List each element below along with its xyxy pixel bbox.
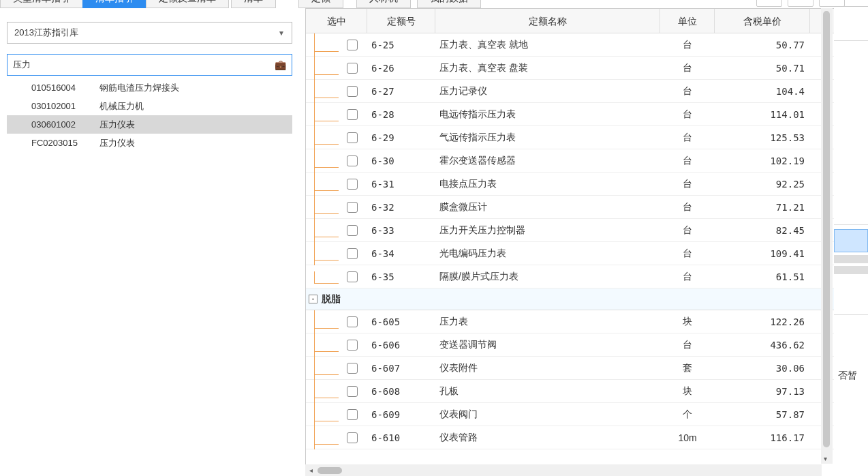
tree-item[interactable]: 010516004钢筋电渣压力焊接头 (7, 78, 292, 97)
row-checkbox[interactable] (347, 155, 358, 166)
vertical-scrollbar[interactable]: ▾ (821, 8, 833, 464)
row-select-cell (306, 363, 367, 374)
table-row[interactable]: 6-609仪表阀门个57.87 (306, 403, 834, 426)
chevron-down-icon: ▼ (278, 29, 285, 37)
table-row[interactable]: 6-610仪表管路10m116.17 (306, 426, 834, 449)
tree-item-code: 010516004 (31, 78, 99, 97)
tree-item-code: 030102001 (31, 97, 99, 115)
row-checkbox[interactable] (347, 63, 358, 74)
th-select[interactable]: 选中 (306, 9, 367, 33)
table-row[interactable]: 6-31电接点压力表台92.25 (306, 173, 834, 196)
table-row[interactable]: 6-25压力表、真空表 就地台50.77 (306, 33, 834, 57)
row-checkbox[interactable] (347, 409, 358, 420)
tab-quota[interactable]: 定额 (298, 0, 343, 8)
row-checkbox[interactable] (347, 132, 358, 143)
table-body[interactable]: 6-25压力表、真空表 就地台50.776-26压力表、真空表 盘装台50.71… (306, 33, 834, 460)
tree-item-code: FC0203015 (31, 134, 99, 152)
tree-list: 010516004钢筋电渣压力焊接头030102001机械压力机03060100… (7, 78, 292, 152)
horizontal-scrollbar-thumb[interactable] (317, 467, 342, 474)
tree-item[interactable]: 030601002压力仪表 (7, 115, 292, 134)
row-checkbox[interactable] (347, 340, 358, 351)
table-row[interactable]: 6-33压力开关压力控制器台82.45 (306, 219, 834, 242)
row-checkbox[interactable] (347, 109, 358, 120)
cell-price: 114.01 (715, 109, 810, 120)
table-row[interactable]: 6-35隔膜/膜片式压力表台61.51 (306, 265, 834, 288)
th-price[interactable]: 含税单价 (715, 9, 810, 33)
cell-code: 6-609 (367, 409, 435, 420)
table-row[interactable]: 6-32膜盒微压计台71.21 (306, 196, 834, 219)
cell-code: 6-34 (367, 248, 435, 259)
row-checkbox[interactable] (347, 86, 358, 97)
briefcase-icon[interactable]: 💼 (275, 59, 286, 70)
table-row[interactable]: 6-26压力表、真空表 盘装台50.71 (306, 57, 834, 80)
cell-price: 30.06 (715, 363, 810, 374)
row-checkbox[interactable] (347, 271, 358, 282)
cell-price: 116.17 (715, 432, 810, 443)
cell-unit: 个 (660, 408, 715, 421)
row-select-cell (306, 179, 367, 190)
row-checkbox[interactable] (347, 40, 358, 50)
collapse-icon[interactable]: - (309, 295, 317, 303)
tree-item[interactable]: FC0203015压力仪表 (7, 134, 292, 152)
row-select-cell (306, 86, 367, 97)
tab-material[interactable]: 人材机 (356, 0, 411, 8)
cell-price: 122.26 (715, 316, 810, 327)
row-select-cell (306, 271, 367, 282)
chevron-left-icon[interactable]: ◂ (305, 466, 316, 474)
cell-unit: 台 (660, 271, 715, 283)
th-unit[interactable]: 单位 (660, 9, 715, 33)
cell-name: 电接点压力表 (435, 178, 660, 190)
row-select-cell (306, 63, 367, 74)
cell-price: 109.41 (715, 248, 810, 259)
tree-item[interactable]: 030102001机械压力机 (7, 97, 292, 115)
row-checkbox[interactable] (347, 432, 358, 443)
table-row[interactable]: 6-34光电编码压力表台109.41 (306, 242, 834, 265)
cell-name: 压力表、真空表 就地 (435, 39, 660, 51)
row-checkbox[interactable] (347, 316, 358, 327)
cell-unit: 套 (660, 362, 715, 374)
row-checkbox[interactable] (347, 179, 358, 190)
chevron-down-icon[interactable]: ▾ (824, 455, 827, 462)
tab-quota-reverse[interactable]: 定额反查清单 (146, 0, 229, 8)
tab-list-guide[interactable]: 清单指引 (82, 0, 146, 8)
table-row[interactable]: 6-605压力表块122.26 (306, 310, 834, 333)
row-checkbox[interactable] (347, 363, 358, 374)
table-row[interactable]: 6-607仪表附件套30.06 (306, 357, 834, 380)
row-checkbox[interactable] (347, 386, 358, 397)
cell-code: 6-26 (367, 63, 435, 74)
cell-code: 6-35 (367, 271, 435, 282)
cell-price: 125.53 (715, 132, 810, 143)
table-row[interactable]: 6-29气远传指示压力表台125.53 (306, 126, 834, 149)
tree-item-name: 压力仪表 (99, 119, 135, 130)
row-select-cell (306, 248, 367, 259)
cell-name: 孔板 (435, 385, 660, 398)
table-row[interactable]: 6-606变送器调节阀台436.62 (306, 333, 834, 357)
th-name[interactable]: 定额名称 (435, 9, 660, 33)
tab-my-data[interactable]: 我的数据 (417, 0, 481, 8)
tree-item-name: 钢筋电渣压力焊接头 (99, 83, 179, 93)
row-checkbox[interactable] (347, 202, 358, 213)
table-row[interactable]: 6-27压力记录仪台104.4 (306, 80, 834, 103)
cell-name: 仪表附件 (435, 362, 660, 374)
search-input[interactable]: 压力 💼 (7, 54, 292, 76)
cell-price: 57.87 (715, 409, 810, 420)
cell-code: 6-30 (367, 155, 435, 166)
cell-name: 仪表管路 (435, 432, 660, 444)
row-checkbox[interactable] (347, 248, 358, 259)
cell-price: 97.13 (715, 386, 810, 397)
row-select-cell (306, 340, 367, 351)
group-row[interactable]: -脱脂 (306, 288, 834, 310)
tab-list[interactable]: 清单 (231, 0, 276, 8)
horizontal-scrollbar[interactable]: ◂ (305, 464, 822, 476)
vertical-scrollbar-thumb[interactable] (823, 11, 830, 447)
table-row[interactable]: 6-28电远传指示压力表台114.01 (306, 103, 834, 126)
row-checkbox[interactable] (347, 225, 358, 236)
cell-price: 71.21 (715, 202, 810, 213)
library-dropdown[interactable]: 2013江苏指引库 ▼ (7, 22, 292, 44)
table-row[interactable]: 6-608孔板块97.13 (306, 380, 834, 403)
th-code[interactable]: 定额号 (367, 9, 435, 33)
top-button-1[interactable] (756, 0, 782, 7)
table-row[interactable]: 6-30霍尔变送器传感器台102.19 (306, 149, 834, 173)
top-button-2[interactable] (788, 0, 813, 7)
tab-type-list-guide[interactable]: 类型清单指引 (0, 0, 83, 8)
